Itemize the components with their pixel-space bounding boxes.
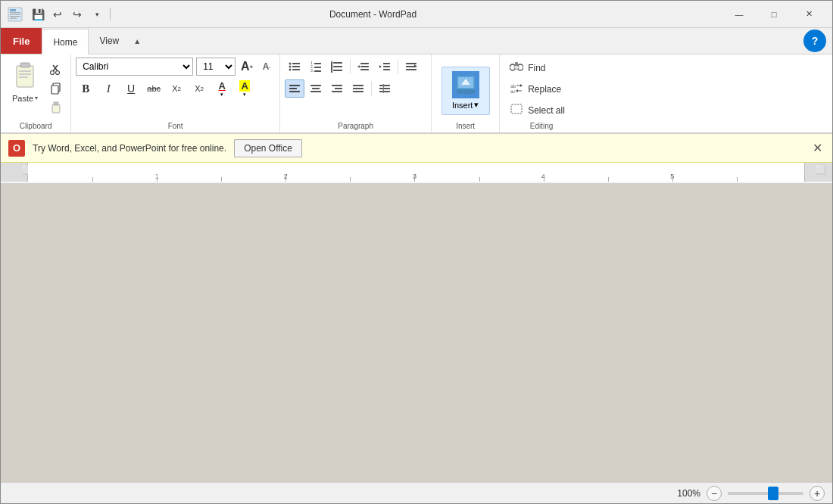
align-center-button[interactable]	[306, 79, 326, 98]
svg-rect-53	[332, 85, 342, 86]
ruler-tick	[672, 174, 673, 182]
strikethrough-button[interactable]: abc	[144, 79, 164, 98]
align-right-button[interactable]	[327, 79, 347, 98]
ribbon-group-font: Calibri 11 A+ A- B I U abc X2 X2 A ▾	[71, 54, 280, 132]
svg-rect-10	[19, 76, 28, 78]
copy-button[interactable]	[46, 79, 66, 98]
find-label: Find	[528, 63, 545, 73]
replace-button[interactable]: ab ac Replace	[504, 79, 579, 99]
rtl-button[interactable]	[401, 58, 421, 76]
svg-rect-16	[51, 86, 58, 94]
zoom-slider[interactable]	[728, 492, 803, 495]
svg-rect-56	[353, 85, 363, 86]
insert-label-row: Insert ▾	[452, 100, 479, 110]
highlight-button[interactable]: A ▾	[235, 79, 254, 98]
ruler-inner: ⬜ 1 2 3 4 5 ⬜	[1, 163, 832, 183]
decrease-indent-button[interactable]	[354, 58, 373, 76]
replace-label: Replace	[528, 84, 561, 95]
align-left-button[interactable]	[285, 79, 304, 98]
zoom-slider-fill	[728, 492, 773, 495]
save-button[interactable]: 💾	[30, 6, 46, 23]
bullets-button[interactable]	[285, 58, 304, 76]
maximize-button[interactable]: □	[757, 1, 791, 28]
help-button[interactable]: ?	[803, 30, 826, 52]
svg-rect-55	[332, 91, 342, 92]
ruler-tick	[608, 177, 609, 182]
svg-rect-41	[383, 69, 390, 70]
svg-rect-69	[514, 66, 519, 69]
svg-rect-45	[406, 69, 416, 70]
ruler-right-margin: ⬜	[805, 163, 832, 182]
numbering-button[interactable]: 1. 2. 3.	[306, 58, 326, 76]
quick-access-toolbar: 💾 ↩ ↪ ▾	[7, 6, 105, 23]
line-spacing-button[interactable]	[327, 58, 347, 76]
svg-rect-7	[20, 63, 30, 67]
svg-rect-37	[360, 69, 369, 70]
bold-button[interactable]: B	[76, 79, 95, 98]
font-grow-button[interactable]: A+	[239, 58, 255, 75]
justify-button[interactable]	[348, 79, 368, 98]
qat-dropdown-button[interactable]: ▾	[89, 6, 105, 23]
superscript-button[interactable]: X2	[189, 79, 209, 98]
find-button[interactable]: Find	[504, 58, 579, 78]
paragraph-content: 1. 2. 3.	[285, 58, 426, 120]
select-all-button[interactable]: Select all	[504, 100, 579, 120]
binoculars-icon	[510, 61, 523, 75]
ruler-tick	[285, 174, 286, 182]
insert-button[interactable]: Insert ▾	[441, 67, 490, 115]
tab-file[interactable]: File	[1, 28, 42, 54]
minimize-button[interactable]: —	[722, 1, 757, 28]
ribbon-group-insert: Insert ▾ Insert	[432, 54, 500, 132]
notification-close-button[interactable]: ✕	[810, 141, 825, 156]
ribbon-group-editing: Find ab ac Replace	[500, 54, 583, 132]
insert-icon	[452, 71, 479, 98]
italic-button[interactable]: I	[98, 79, 118, 98]
increase-indent-button[interactable]	[375, 58, 395, 76]
ruler-tick	[479, 177, 480, 182]
right-indent-marker[interactable]: ⬜	[816, 165, 826, 175]
replace-icon: ab ac	[510, 82, 523, 96]
col-align-button[interactable]	[375, 79, 395, 98]
tab-view[interactable]: View	[89, 28, 129, 54]
svg-rect-48	[289, 88, 297, 89]
insert-label: Insert	[452, 101, 473, 110]
cut-button[interactable]	[46, 61, 66, 79]
svg-point-21	[289, 66, 292, 68]
close-button[interactable]: ✕	[791, 1, 826, 28]
zoom-slider-thumb[interactable]	[768, 487, 778, 500]
font-size-select[interactable]: 11	[196, 58, 236, 76]
subscript-button[interactable]: X2	[167, 79, 186, 98]
font-name-select[interactable]: Calibri	[76, 58, 193, 76]
paste-button[interactable]: Paste ▾	[5, 58, 45, 120]
zoom-out-button[interactable]: −	[707, 486, 722, 501]
svg-rect-36	[360, 66, 369, 67]
svg-rect-40	[383, 66, 390, 67]
svg-rect-39	[383, 63, 390, 64]
svg-point-13	[51, 71, 55, 75]
ruler-tick	[350, 177, 351, 182]
undo-button[interactable]: ↩	[49, 6, 66, 23]
titlebar-title: Document - WordPad	[115, 9, 631, 20]
svg-rect-77	[511, 104, 522, 114]
ruler-scale: 1 2 3 4 5	[28, 163, 805, 182]
tab-home[interactable]: Home	[42, 29, 89, 54]
ruler-tick	[157, 174, 158, 182]
font-row2: B I U abc X2 X2 A ▾ A ▾	[76, 79, 254, 98]
open-office-button[interactable]: Open Office	[234, 139, 302, 157]
statusbar: 100% − +	[1, 482, 832, 503]
svg-rect-1	[10, 9, 16, 11]
font-shrink-button[interactable]: A-	[258, 58, 275, 75]
font-color-button[interactable]: A ▾	[212, 79, 232, 98]
svg-rect-61	[379, 91, 390, 92]
document-area[interactable]	[1, 184, 832, 482]
zoom-in-button[interactable]: +	[810, 486, 825, 501]
ruler: ⬜ 1 2 3 4 5 ⬜	[1, 163, 832, 184]
svg-marker-42	[379, 65, 382, 68]
font-row1: Calibri 11 A+ A-	[76, 58, 275, 76]
svg-rect-35	[360, 63, 369, 64]
font-color-dropdown-icon: ▾	[220, 92, 223, 98]
paste-mini-button[interactable]	[46, 98, 66, 117]
ribbon-collapse-button[interactable]: ▲	[129, 33, 145, 48]
underline-button[interactable]: U	[121, 79, 141, 98]
redo-button[interactable]: ↪	[69, 6, 86, 23]
